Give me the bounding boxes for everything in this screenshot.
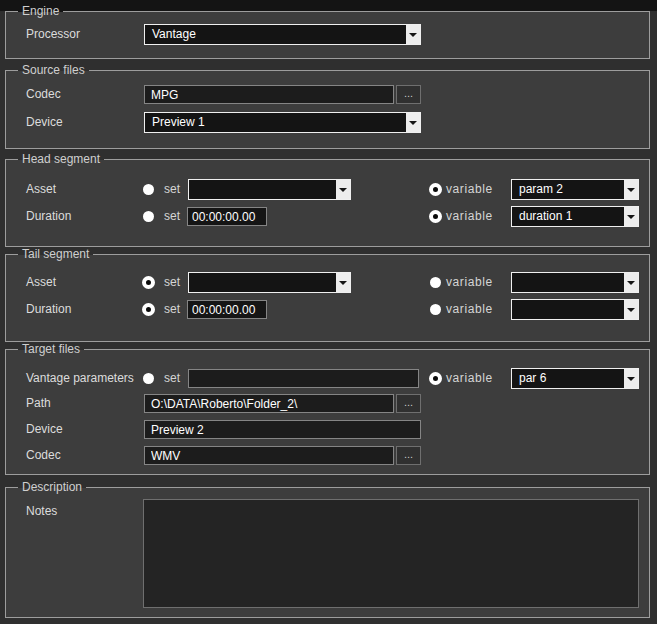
source-device-label: Device [26, 112, 63, 133]
description-group: Description Notes [5, 487, 650, 618]
processor-combo-value: Vantage [152, 25, 196, 44]
chevron-down-icon[interactable] [622, 369, 638, 388]
head-asset-set-radio[interactable] [143, 184, 154, 195]
target-files-group-title: Target files [18, 342, 84, 357]
target-params-variable-label: variable [446, 368, 493, 389]
tail-duration-set-input[interactable] [187, 300, 267, 319]
target-params-variable-radio[interactable] [429, 372, 442, 385]
head-duration-variable-combo-value: duration 1 [519, 207, 572, 226]
tail-duration-variable-radio[interactable] [430, 304, 441, 315]
tail-asset-label: Asset [26, 272, 56, 293]
processor-combo[interactable]: Vantage [144, 24, 421, 45]
target-params-set-label: set [164, 368, 180, 389]
head-asset-variable-label: variable [446, 179, 493, 200]
tail-duration-variable-combo[interactable] [511, 299, 639, 320]
chevron-down-icon[interactable] [622, 180, 638, 199]
head-asset-set-label: set [164, 179, 180, 200]
target-params-variable-combo-value: par 6 [519, 369, 546, 388]
head-segment-group-title: Head segment [18, 152, 104, 167]
tail-duration-label: Duration [26, 299, 71, 320]
target-codec-label: Codec [26, 446, 61, 465]
target-device-input[interactable] [144, 420, 421, 439]
head-duration-variable-combo[interactable]: duration 1 [511, 206, 639, 227]
head-asset-variable-combo-value: param 2 [519, 180, 563, 199]
vantage-settings-dialog: Engine Processor Vantage Source files Co… [0, 0, 657, 624]
tail-segment-group: Tail segment Asset set variable Duration… [5, 254, 650, 342]
head-asset-label: Asset [26, 179, 56, 200]
chevron-down-icon[interactable] [622, 300, 638, 319]
tail-asset-set-label: set [164, 272, 180, 293]
head-duration-set-input[interactable] [187, 207, 267, 226]
head-duration-set-radio[interactable] [143, 211, 154, 222]
tail-asset-variable-label: variable [446, 272, 493, 293]
head-duration-set-label: set [164, 206, 180, 227]
target-codec-browse-button[interactable]: ... [396, 446, 421, 465]
head-segment-group: Head segment Asset set variable param 2 … [5, 159, 650, 247]
target-params-label: Vantage parameters [26, 368, 134, 389]
source-codec-browse-button[interactable]: ... [396, 85, 421, 104]
engine-group-title: Engine [18, 4, 63, 19]
target-params-variable-combo[interactable]: par 6 [511, 368, 639, 389]
tail-duration-set-label: set [164, 299, 180, 320]
target-path-browse-button[interactable]: ... [396, 394, 421, 413]
tail-duration-variable-label: variable [446, 299, 493, 320]
source-codec-input[interactable] [144, 85, 394, 104]
source-files-group-title: Source files [18, 63, 89, 78]
source-device-combo-value: Preview 1 [152, 113, 205, 132]
tail-asset-set-radio[interactable] [142, 276, 155, 289]
engine-group: Engine Processor Vantage [5, 11, 650, 59]
target-path-input[interactable] [144, 394, 394, 413]
head-asset-variable-combo[interactable]: param 2 [511, 179, 639, 200]
head-asset-variable-radio[interactable] [429, 183, 442, 196]
target-params-set-radio[interactable] [143, 373, 154, 384]
source-codec-label: Codec [26, 85, 61, 104]
tail-segment-group-title: Tail segment [18, 247, 93, 262]
chevron-down-icon[interactable] [404, 25, 420, 44]
notes-textarea[interactable] [143, 499, 639, 608]
source-files-group: Source files Codec ... Device Preview 1 [5, 70, 650, 149]
chevron-down-icon[interactable] [622, 207, 638, 226]
chevron-down-icon[interactable] [404, 113, 420, 132]
target-params-set-input[interactable] [188, 369, 419, 388]
chevron-down-icon[interactable] [622, 273, 638, 292]
tail-asset-variable-combo[interactable] [511, 272, 639, 293]
chevron-down-icon[interactable] [334, 273, 350, 292]
window-top-edge [0, 0, 657, 11]
target-path-label: Path [26, 394, 51, 413]
source-device-combo[interactable]: Preview 1 [144, 112, 421, 133]
chevron-down-icon[interactable] [334, 180, 350, 199]
head-duration-variable-label: variable [446, 206, 493, 227]
target-codec-input[interactable] [144, 446, 394, 465]
notes-label: Notes [26, 504, 57, 518]
description-group-title: Description [18, 480, 86, 495]
tail-asset-variable-radio[interactable] [430, 277, 441, 288]
head-asset-set-combo[interactable] [188, 179, 351, 200]
target-device-label: Device [26, 420, 63, 439]
tail-asset-set-combo[interactable] [188, 272, 351, 293]
head-duration-label: Duration [26, 206, 71, 227]
target-files-group: Target files Vantage parameters set vari… [5, 349, 650, 475]
tail-duration-set-radio[interactable] [142, 303, 155, 316]
head-duration-variable-radio[interactable] [429, 210, 442, 223]
processor-label: Processor [26, 24, 80, 45]
